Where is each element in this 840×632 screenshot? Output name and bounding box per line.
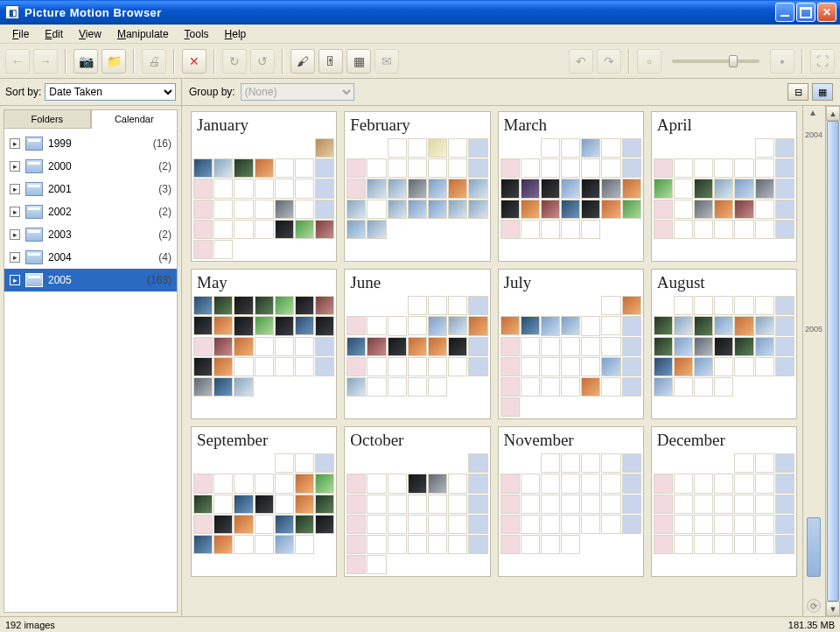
photo-thumbnail[interactable] [623, 297, 640, 314]
day-cell[interactable] [408, 296, 427, 315]
expand-icon[interactable]: ▸ [10, 161, 20, 172]
photo-thumbnail[interactable] [256, 495, 273, 513]
day-cell[interactable] [275, 495, 294, 514]
timeline-label[interactable]: 2004 [805, 130, 822, 139]
year-row-2005[interactable]: ▸2005(163) [4, 269, 177, 291]
day-cell[interactable] [214, 377, 233, 397]
photo-thumbnail[interactable] [469, 200, 486, 218]
day-cell[interactable] [581, 200, 600, 219]
photo-thumbnail[interactable] [194, 358, 212, 376]
photo-thumbnail[interactable] [296, 516, 313, 533]
day-cell[interactable] [367, 158, 386, 178]
day-cell[interactable] [193, 158, 213, 178]
photo-thumbnail[interactable] [194, 495, 212, 513]
day-cell[interactable] [500, 337, 520, 356]
day-cell[interactable] [622, 337, 641, 356]
day-cell[interactable] [275, 515, 294, 534]
day-cell[interactable] [581, 337, 600, 356]
photo-thumbnail[interactable] [429, 474, 446, 492]
photo-thumbnail[interactable] [429, 338, 446, 355]
day-cell[interactable] [214, 495, 233, 514]
day-cell[interactable] [255, 220, 274, 239]
day-cell[interactable] [755, 316, 774, 335]
photo-thumbnail[interactable] [316, 317, 333, 334]
day-cell[interactable] [734, 179, 753, 198]
day-cell[interactable] [408, 138, 427, 158]
menu-manipulate[interactable]: Manipulate [110, 26, 176, 42]
day-cell[interactable] [521, 495, 540, 514]
day-cell[interactable] [346, 179, 366, 198]
photo-thumbnail[interactable] [296, 297, 313, 314]
day-cell[interactable] [255, 474, 274, 493]
day-cell[interactable] [601, 474, 620, 493]
photo-thumbnail[interactable] [735, 338, 752, 355]
menu-view[interactable]: View [72, 26, 108, 42]
day-cell[interactable] [408, 535, 427, 554]
photo-thumbnail[interactable] [234, 495, 252, 513]
photo-thumbnail[interactable] [368, 221, 385, 238]
day-cell[interactable] [367, 555, 386, 574]
day-cell[interactable] [541, 474, 560, 493]
day-cell[interactable] [193, 316, 213, 335]
photo-thumbnail[interactable] [449, 200, 466, 218]
day-cell[interactable] [468, 357, 487, 376]
photo-thumbnail[interactable] [276, 317, 293, 334]
day-cell[interactable] [561, 179, 580, 198]
day-cell[interactable] [775, 474, 794, 493]
day-cell[interactable] [428, 337, 447, 356]
photo-thumbnail[interactable] [214, 378, 232, 396]
month-october[interactable]: October [344, 426, 490, 577]
day-cell[interactable] [674, 158, 693, 178]
day-cell[interactable] [694, 495, 713, 514]
day-cell[interactable] [214, 158, 233, 178]
day-cell[interactable] [601, 296, 620, 315]
photo-thumbnail[interactable] [316, 221, 333, 238]
photo-thumbnail[interactable] [276, 221, 293, 238]
day-cell[interactable] [714, 337, 733, 356]
day-cell[interactable] [622, 357, 641, 376]
day-cell[interactable] [214, 296, 233, 315]
day-cell[interactable] [541, 535, 560, 554]
day-cell[interactable] [734, 535, 753, 554]
day-cell[interactable] [346, 474, 366, 493]
expand-icon[interactable]: ▸ [10, 138, 20, 149]
day-cell[interactable] [601, 515, 620, 534]
day-cell[interactable] [775, 337, 794, 356]
email-button[interactable]: ✉ [374, 49, 399, 74]
day-cell[interactable] [295, 200, 314, 219]
day-cell[interactable] [255, 337, 274, 356]
day-cell[interactable] [448, 357, 467, 376]
sort-dropdown[interactable]: Date Taken [45, 83, 176, 101]
day-cell[interactable] [275, 316, 294, 335]
day-cell[interactable] [561, 138, 580, 158]
day-cell[interactable] [601, 337, 620, 356]
menu-tools[interactable]: Tools [178, 26, 216, 42]
photo-thumbnail[interactable] [501, 317, 519, 334]
day-cell[interactable] [674, 357, 693, 376]
day-cell[interactable] [234, 495, 253, 514]
day-cell[interactable] [315, 220, 334, 239]
day-cell[interactable] [234, 296, 253, 315]
day-cell[interactable] [521, 337, 540, 356]
day-cell[interactable] [521, 474, 540, 493]
day-cell[interactable] [581, 474, 600, 493]
day-cell[interactable] [755, 357, 774, 376]
day-cell[interactable] [714, 535, 733, 554]
photo-thumbnail[interactable] [409, 200, 426, 218]
photo-thumbnail[interactable] [695, 317, 712, 334]
day-cell[interactable] [755, 220, 774, 239]
day-cell[interactable] [367, 337, 386, 356]
photo-thumbnail[interactable] [429, 317, 446, 334]
photo-thumbnail[interactable] [623, 179, 640, 197]
day-cell[interactable] [295, 495, 314, 514]
day-cell[interactable] [193, 337, 213, 356]
photo-thumbnail[interactable] [756, 338, 774, 355]
photo-thumbnail[interactable] [234, 317, 252, 334]
day-cell[interactable] [388, 337, 407, 356]
day-cell[interactable] [428, 316, 447, 335]
day-cell[interactable] [428, 377, 447, 397]
photo-thumbnail[interactable] [715, 179, 732, 197]
year-row-2002[interactable]: ▸2002(2) [4, 200, 177, 223]
photo-thumbnail[interactable] [654, 338, 672, 355]
photo-thumbnail[interactable] [296, 495, 313, 513]
